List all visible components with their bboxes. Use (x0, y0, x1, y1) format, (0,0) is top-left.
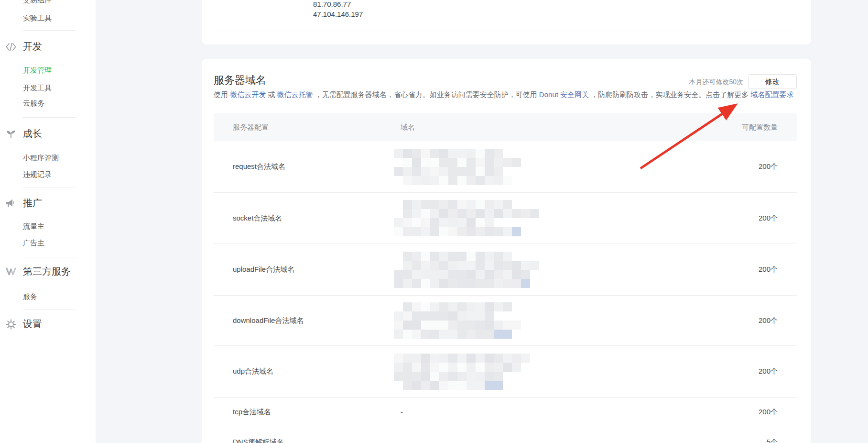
sidebar-item-traffic-owner[interactable]: 流量主 (23, 222, 44, 231)
redacted-domain-blur (394, 252, 701, 288)
sidebar-section-settings[interactable]: 设置 (23, 318, 42, 331)
row-config-label: downloadFile合法域名 (214, 316, 401, 325)
sidebar-divider (23, 117, 76, 118)
sidebar-item-develop-management[interactable]: 开发管理 (23, 66, 52, 75)
table-row-dns-prefetch: DNS预解析域名 5个 (214, 427, 797, 443)
row-config-label: DNS预解析域名 (214, 438, 401, 443)
table-row-tcp: tcp合法域名 - 200个 (214, 398, 797, 427)
sidebar-item-cloud-service[interactable]: 云服务 (23, 99, 44, 108)
table-row-request: request合法域名 200个 (214, 141, 797, 193)
row-config-label: uploadFile合法域名 (214, 265, 401, 274)
link-wechat-cloud-dev[interactable]: 微信云开发 (230, 90, 266, 99)
link-donut-security-gateway[interactable]: Donut 安全网关 (539, 90, 589, 99)
sidebar-item-experiment-tools[interactable]: 实验工具 (23, 14, 52, 23)
desc-text: ，无需配置服务器域名，省心省力。如业务访问需要安全防护，可使用 (313, 90, 539, 99)
domain-table: 服务器配置 域名 可配置数量 request合法域名 200个 socket合法… (214, 113, 797, 443)
desc-text: 使用 (214, 90, 230, 99)
row-config-label: udp合法域名 (214, 367, 401, 376)
sidebar-section-third-party-service[interactable]: 第三方服务 (23, 265, 71, 278)
row-config-label: request合法域名 (214, 162, 401, 171)
sidebar-section-growth[interactable]: 成长 (23, 127, 42, 140)
gear-icon (5, 319, 17, 330)
sidebar-item-miniprogram-evaluation[interactable]: 小程序评测 (23, 154, 59, 163)
sidebar-section-promotion[interactable]: 推广 (23, 197, 42, 210)
server-domain-description: 使用 微信云开发 或 微信云托管 ，无需配置服务器域名，省心省力。如业务访问需要… (214, 90, 793, 100)
megaphone-icon (5, 198, 17, 209)
redacted-domain-blur (394, 302, 701, 339)
row-count: 200个 (701, 408, 797, 417)
table-row-udp: udp合法域名 200个 (214, 346, 797, 398)
row-count: 200个 (701, 162, 797, 171)
col-header-domain: 域名 (401, 123, 701, 132)
table-row-socket: socket合法域名 200个 (214, 193, 797, 244)
ip-address: 81.70.86.77 (313, 0, 351, 8)
redacted-domain-blur (394, 200, 701, 236)
code-icon (5, 41, 17, 53)
sidebar-item-transaction-components[interactable]: 交易组件 (23, 0, 52, 5)
server-domain-card: 服务器域名 本月还可修改50次 修改 使用 微信云开发 或 微信云托管 ，无需配… (202, 59, 811, 443)
modify-button[interactable]: 修改 (748, 74, 797, 89)
redacted-domain-blur (394, 354, 701, 390)
table-row-uploadfile: uploadFile合法域名 200个 (214, 244, 797, 296)
row-count: 5个 (701, 438, 797, 443)
ip-address: 47.104.146.197 (313, 10, 363, 18)
table-row-downloadfile: downloadFile合法域名 200个 (214, 296, 797, 346)
table-header-row: 服务器配置 域名 可配置数量 (214, 113, 797, 141)
row-count: 200个 (701, 214, 797, 223)
desc-text: 或 (266, 90, 277, 99)
row-domain-value: - (401, 408, 701, 416)
sidebar-divider (23, 257, 76, 257)
card-divider (214, 30, 798, 30)
row-config-label: socket合法域名 (214, 214, 401, 223)
sidebar-section-develop[interactable]: 开发 (23, 40, 42, 53)
link-wechat-cloud-hosting[interactable]: 微信云托管 (277, 90, 313, 99)
ip-whitelist-card: 81.70.86.77 47.104.146.197 (202, 0, 811, 44)
sidebar: 交易组件 实验工具 开发 开发管理 开发工具 云服务 成长 小程序评测 违规记录… (0, 0, 96, 443)
sidebar-divider (23, 30, 76, 31)
sidebar-item-develop-tools[interactable]: 开发工具 (23, 84, 52, 93)
row-count: 200个 (701, 367, 797, 376)
sidebar-divider (23, 188, 76, 188)
modify-quota-text: 本月还可修改50次 (689, 78, 743, 87)
row-config-label: tcp合法域名 (214, 408, 401, 417)
page-title: 服务器域名 (214, 73, 266, 88)
link-domain-config-requirements[interactable]: 域名配置要求 (750, 90, 793, 99)
sprout-icon (5, 128, 17, 140)
row-count: 200个 (701, 316, 797, 325)
sidebar-item-violation-records[interactable]: 违规记录 (23, 170, 52, 179)
col-header-server-config: 服务器配置 (214, 123, 401, 132)
sidebar-item-advertiser[interactable]: 广告主 (23, 239, 44, 248)
redacted-domain-blur (394, 149, 701, 185)
row-count: 200个 (701, 265, 797, 274)
col-header-count: 可配置数量 (701, 123, 797, 132)
desc-text: ，防爬防刷防攻击，实现业务安全。点击了解更多 (589, 90, 750, 99)
third-party-icon (5, 266, 17, 277)
sidebar-item-service[interactable]: 服务 (23, 292, 37, 301)
sidebar-divider (23, 310, 76, 310)
